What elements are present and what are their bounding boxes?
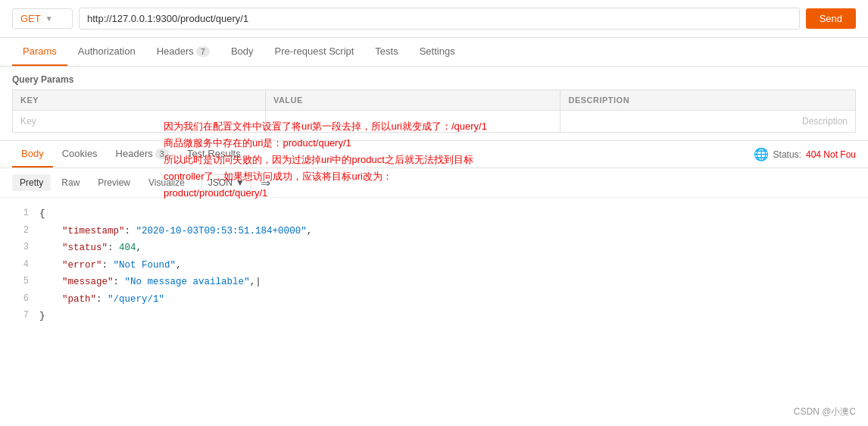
code-line-1: 1 { <box>12 205 868 223</box>
request-tabs: Params Authorization Headers7 Body Pre-r… <box>0 38 868 67</box>
tab-tests[interactable]: Tests <box>364 38 408 66</box>
query-params-title: Query Params <box>12 67 856 89</box>
resp-tab-headers[interactable]: Headers3 <box>107 141 178 168</box>
code-line-5: 5 "message": "No message available",| <box>12 274 868 291</box>
tab-params[interactable]: Params <box>12 38 67 66</box>
headers-badge: 7 <box>196 46 210 57</box>
btn-visualize[interactable]: Visualize <box>141 174 192 191</box>
json-type-select[interactable]: JSON ▼ <box>201 174 251 191</box>
method-label: GET <box>20 13 41 24</box>
format-bar: Pretty Raw Preview Visualize JSON ▼ ⇒ <box>0 168 868 198</box>
url-bar: GET ▼ Send <box>0 0 868 38</box>
status-area: 🌐 Status: 404 Not Fou <box>754 147 856 161</box>
tab-prerequest[interactable]: Pre-request Script <box>264 38 365 66</box>
value-cell[interactable] <box>265 111 560 133</box>
table-row: Key Description <box>13 111 856 133</box>
json-type-label: JSON <box>208 177 233 188</box>
resp-tab-cookies[interactable]: Cookies <box>53 141 107 168</box>
tab-settings[interactable]: Settings <box>409 38 466 66</box>
tab-headers[interactable]: Headers7 <box>146 38 220 66</box>
code-line-3: 3 "status": 404, <box>12 240 868 257</box>
query-params-section: Query Params <box>0 67 868 89</box>
method-arrow-icon: ▼ <box>45 14 53 23</box>
response-tabs: Body Cookies Headers3 Test Results 🌐 Sta… <box>0 141 868 168</box>
btn-preview[interactable]: Preview <box>90 174 138 191</box>
col-value: VALUE <box>265 90 560 111</box>
json-arrow-icon: ▼ <box>236 177 245 188</box>
col-key: KEY <box>13 90 266 111</box>
status-value: 404 Not Fou <box>806 149 856 160</box>
tab-authorization[interactable]: Authorization <box>67 38 146 66</box>
send-button[interactable]: Send <box>806 8 856 29</box>
code-line-6: 6 "path": "/query/1" <box>12 291 868 309</box>
code-block: 1 { 2 "timestamp": "2020-10-03T09:53:51.… <box>0 198 868 333</box>
resp-tab-body[interactable]: Body <box>12 141 53 168</box>
btn-raw[interactable]: Raw <box>54 174 87 191</box>
response-section: Body Cookies Headers3 Test Results 🌐 Sta… <box>0 141 868 333</box>
code-line-7: 7 } <box>12 308 868 325</box>
resp-headers-badge: 3 <box>155 149 169 159</box>
method-select[interactable]: GET ▼ <box>12 8 73 29</box>
code-line-4: 4 "error": "Not Found", <box>12 257 868 274</box>
key-cell[interactable]: Key <box>13 111 266 133</box>
url-input[interactable] <box>79 8 800 30</box>
desc-cell: Description <box>560 111 856 133</box>
code-line-2: 2 "timestamp": "2020-10-03T09:53:51.184+… <box>12 223 868 240</box>
wrap-icon[interactable]: ⇒ <box>261 176 270 190</box>
tab-body[interactable]: Body <box>220 38 264 66</box>
col-desc: DESCRIPTION <box>560 90 856 111</box>
params-table: KEY VALUE DESCRIPTION Key Description <box>12 89 856 133</box>
btn-pretty[interactable]: Pretty <box>12 174 51 191</box>
resp-tab-testresults[interactable]: Test Results <box>178 141 250 168</box>
status-label: Status: <box>773 149 801 160</box>
globe-icon: 🌐 <box>754 147 769 161</box>
